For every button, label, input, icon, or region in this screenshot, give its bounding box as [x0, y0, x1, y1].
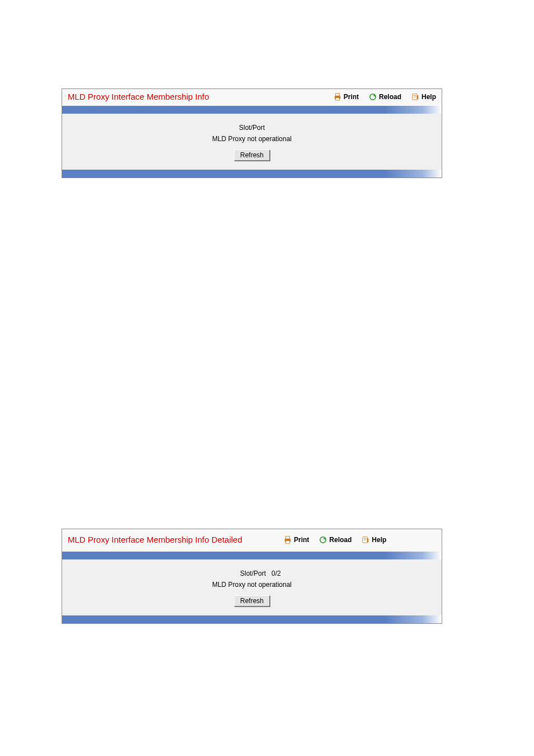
refresh-button[interactable]: Refresh [234, 595, 270, 606]
panel-header: MLD Proxy Interface Membership Info Prin… [62, 89, 442, 106]
divider-bar-top [62, 106, 442, 114]
svg-rect-11 [286, 541, 290, 543]
reload-label: Reload [379, 93, 401, 101]
panel-membership-info-detailed: MLD Proxy Interface Membership Info Deta… [62, 529, 442, 624]
status-text: MLD Proxy not operational [68, 135, 436, 143]
slot-port-label: Slot/Port [210, 570, 271, 577]
panel-header: MLD Proxy Interface Membership Info Deta… [62, 529, 442, 552]
reload-label: Reload [329, 536, 352, 544]
svg-rect-0 [335, 94, 339, 96]
panel-body: Slot/Port 0/2 MLD Proxy not operational … [62, 559, 442, 615]
refresh-button[interactable]: Refresh [234, 150, 270, 161]
help-label: Help [421, 93, 436, 101]
divider-bar-bottom [62, 170, 442, 178]
slot-port-row: Slot/Port 0/2 [68, 570, 436, 577]
panel-membership-info: MLD Proxy Interface Membership Info Prin… [62, 88, 442, 178]
help-link[interactable]: Help [362, 536, 386, 544]
slot-port-value: 0/2 [271, 570, 294, 577]
svg-rect-2 [335, 98, 339, 100]
print-link[interactable]: Print [284, 536, 309, 544]
help-label: Help [372, 536, 386, 544]
reload-link[interactable]: Reload [369, 93, 401, 101]
help-icon [362, 536, 369, 544]
print-label: Print [344, 93, 359, 101]
slot-port-label: Slot/Port [239, 124, 265, 132]
print-icon [284, 536, 292, 544]
svg-marker-13 [323, 538, 325, 540]
panel-body: Slot/Port MLD Proxy not operational Refr… [62, 114, 442, 170]
page-title: MLD Proxy Interface Membership Info [68, 92, 324, 102]
print-link[interactable]: Print [334, 93, 359, 101]
svg-rect-6 [417, 95, 419, 99]
print-label: Print [294, 536, 309, 544]
divider-bar-top [62, 552, 442, 559]
page-title: MLD Proxy Interface Membership Info Deta… [68, 535, 274, 545]
divider-bar-bottom [62, 615, 442, 623]
svg-rect-9 [286, 536, 290, 539]
slot-port-row: Slot/Port [68, 124, 436, 132]
svg-marker-4 [373, 95, 375, 97]
status-text: MLD Proxy not operational [68, 581, 436, 589]
help-icon [411, 93, 419, 101]
reload-link[interactable]: Reload [319, 536, 352, 544]
svg-rect-15 [367, 538, 369, 542]
reload-icon [369, 93, 377, 101]
help-link[interactable]: Help [411, 93, 436, 101]
print-icon [334, 93, 341, 101]
reload-icon [319, 536, 327, 544]
